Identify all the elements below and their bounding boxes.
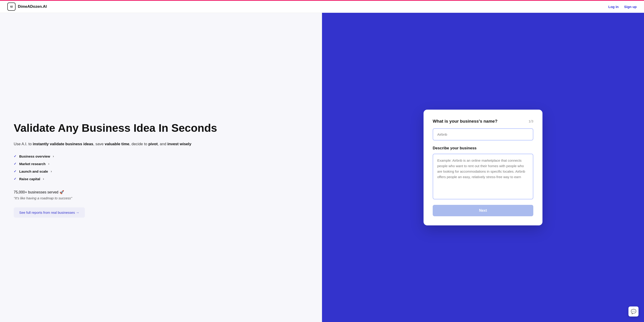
subtitle-bold-4: invest wisely (168, 142, 192, 146)
social-proof: 75,000+ businesses served 🚀 (14, 190, 308, 194)
describe-label: Describe your business (433, 146, 533, 151)
features-list: ✓ Business overview › ✓ Market research … (14, 154, 308, 181)
subtitle-bold-2: valuable time (105, 142, 130, 146)
chevron-right-icon-3: › (43, 177, 44, 181)
subtitle-bold-1: instantly validate business ideas (33, 142, 93, 146)
card-step: 1/3 (528, 119, 533, 123)
check-icon-1: ✓ (14, 162, 16, 165)
right-panel: What is your business's name? 1/3 Descri… (322, 13, 644, 322)
hero-subtitle: Use A.I. to instantly validate business … (14, 141, 308, 147)
feature-label-1: Market research (19, 162, 46, 166)
feature-label-2: Launch and scale (19, 169, 48, 173)
feature-item-1[interactable]: ✓ Market research › (14, 162, 308, 166)
header-nav: Log in Sign up (608, 5, 637, 9)
feature-item-2[interactable]: ✓ Launch and scale › (14, 169, 308, 173)
chevron-right-icon-2: › (51, 169, 52, 173)
login-link[interactable]: Log in (608, 5, 618, 9)
chevron-right-icon-1: › (48, 162, 50, 165)
left-panel: Validate Any Business Idea In Seconds Us… (0, 13, 322, 322)
check-icon-0: ✓ (14, 154, 16, 158)
check-icon-2: ✓ (14, 169, 16, 173)
business-name-input[interactable] (433, 128, 533, 141)
cta-button[interactable]: See full reports from real businesses → (14, 207, 85, 218)
chat-icon[interactable]: 💬 (628, 307, 638, 317)
quote-text: "It's like having a roadmap to success" (14, 196, 308, 200)
logo-area[interactable]: 02 DimeADozen.AI (7, 2, 47, 11)
card-question: What is your business's name? (433, 119, 498, 124)
feature-label-0: Business overview (19, 154, 50, 158)
check-icon-3: ✓ (14, 177, 16, 181)
logo-icon: 02 (7, 2, 16, 11)
signup-link[interactable]: Sign up (624, 5, 637, 9)
business-description-input[interactable] (433, 154, 533, 199)
feature-item-3[interactable]: ✓ Raise capital › (14, 177, 308, 181)
subtitle-bold-3: pivot (148, 142, 158, 146)
next-button[interactable]: Next (433, 205, 533, 216)
feature-item-0[interactable]: ✓ Business overview › (14, 154, 308, 158)
hero-title: Validate Any Business Idea In Seconds (14, 122, 308, 134)
site-header: 02 DimeADozen.AI Log in Sign up (0, 0, 644, 13)
chevron-right-icon-0: › (53, 154, 54, 158)
form-card: What is your business's name? 1/3 Descri… (424, 110, 542, 225)
main-layout: Validate Any Business Idea In Seconds Us… (0, 0, 644, 322)
feature-label-3: Raise capital (19, 177, 40, 181)
card-header: What is your business's name? 1/3 (433, 119, 533, 124)
logo-text: DimeADozen.AI (18, 4, 47, 9)
